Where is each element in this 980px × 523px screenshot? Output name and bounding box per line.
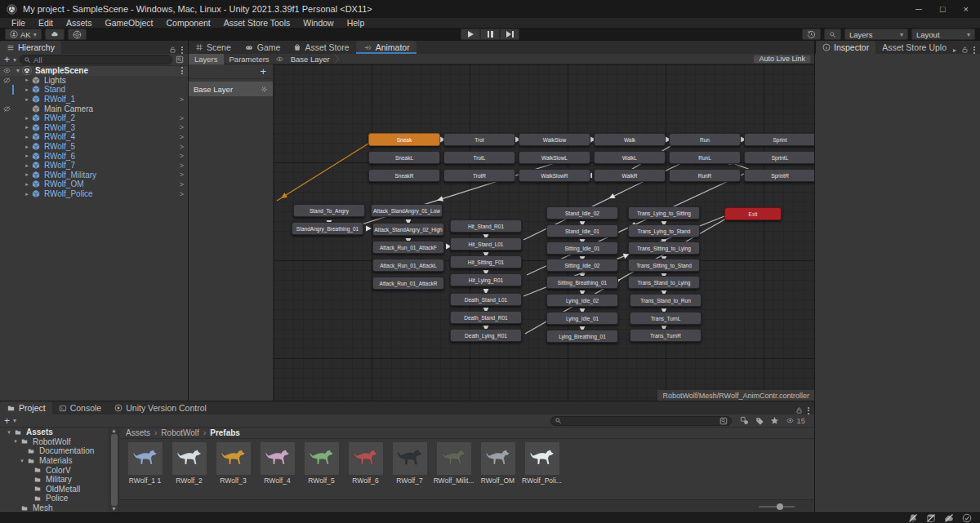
cache-off-icon[interactable] — [926, 513, 936, 523]
state-node-walkslow[interactable]: WalkSlow — [519, 133, 590, 146]
tab-scene[interactable]: Scene — [189, 41, 238, 54]
search-save-icon[interactable] — [719, 417, 728, 425]
animator-layers-tab[interactable]: Layers — [189, 54, 224, 64]
lock-icon[interactable] — [961, 46, 969, 54]
state-node-attack_run_01_attackr[interactable]: Attack_Run_01_AttackR — [372, 277, 444, 290]
visibility-gutter[interactable] — [0, 151, 14, 161]
visibility-gutter[interactable] — [0, 95, 14, 104]
state-node-trans_lying_to_stand[interactable]: Trans_Lying_to_Stand — [628, 224, 700, 237]
tab-console[interactable]: Console — [52, 401, 109, 414]
prefab-item-rwolf-3[interactable]: RWolf_3 — [216, 442, 251, 485]
tab-hierarchy[interactable]: Hierarchy — [0, 41, 61, 54]
breadcrumb-robotwolf[interactable]: RobotWolf — [161, 428, 199, 437]
notifications-off-icon[interactable] — [908, 513, 918, 523]
state-node-sprint[interactable]: Sprint — [744, 133, 814, 146]
scroll-down-icon[interactable]: ▼ — [111, 507, 117, 512]
play-button[interactable] — [461, 29, 480, 40]
folder-item-assets[interactable]: ▾Assets — [0, 428, 118, 437]
tab-animator[interactable]: Animator — [356, 41, 416, 54]
tab-asset-store-uploader[interactable]: Asset Store Uplo — [875, 41, 953, 54]
close-button[interactable]: × — [964, 4, 969, 14]
prefab-item-rwolf-poli-[interactable]: RWolf_Poli... — [524, 442, 559, 485]
animator-canvas[interactable]: RobotWolf/Mesh/RWolf_AnimContr.controlle… — [274, 64, 814, 401]
folder-item-documentation[interactable]: Documentation — [0, 446, 118, 456]
state-node-exit[interactable]: Exit — [724, 207, 782, 220]
expand-caret-icon[interactable]: ▾ — [5, 429, 13, 436]
state-node-trotr[interactable]: TrotR — [443, 169, 515, 182]
state-node-stand_idle_01[interactable]: Stand_Idle_01 — [546, 224, 618, 237]
layers-dropdown[interactable]: Layers ▾ — [844, 29, 908, 40]
expand-caret-icon[interactable]: ▸ — [23, 77, 31, 83]
state-node-standangry_breathing_01[interactable]: StandAngry_Breathing_01 — [292, 222, 363, 235]
state-node-attack_run_01_attackl[interactable]: Attack_Run_01_AttackL — [372, 259, 444, 272]
prefab-item-rwolf-2[interactable]: RWolf_2 — [172, 442, 207, 485]
chevron-down-icon[interactable]: ▾ — [13, 417, 16, 424]
folder-item-military[interactable]: Military — [0, 475, 118, 485]
visibility-gutter[interactable] — [0, 171, 14, 180]
state-node-lying_breathing_01[interactable]: Lying_Breathing_01 — [546, 330, 618, 343]
state-node-trans_lying_to_sitting[interactable]: Trans_Lying_to_Sitting — [628, 206, 700, 219]
state-node-sneak[interactable]: Sneak — [368, 133, 440, 146]
layout-dropdown[interactable]: Layout ▾ — [911, 29, 975, 40]
visibility-gutter[interactable] — [0, 104, 14, 113]
hierarchy-item-stand[interactable]: ▸Stand — [0, 85, 188, 95]
cloud-off-icon[interactable] — [944, 513, 954, 523]
folder-item-mesh[interactable]: Mesh — [0, 503, 118, 512]
gear-icon[interactable] — [261, 86, 268, 93]
lock-icon[interactable] — [169, 46, 176, 54]
state-node-trot[interactable]: Trot — [443, 133, 515, 146]
expand-caret-icon[interactable]: ▸ — [23, 153, 31, 159]
hierarchy-item-rwolf_military[interactable]: ▸RWolf_Military> — [0, 171, 188, 180]
state-node-trans_turnl[interactable]: Trans_TurnL — [630, 312, 702, 325]
animator-parameters-tab[interactable]: Parameters — [224, 54, 275, 64]
menu-gameobject[interactable]: GameObject — [99, 18, 160, 28]
breadcrumb-assets[interactable]: Assets — [126, 428, 150, 437]
project-search-input[interactable] — [564, 416, 717, 425]
menu-help[interactable]: Help — [341, 18, 372, 28]
search-filter-icon[interactable] — [176, 55, 184, 64]
tab-game[interactable]: Game — [238, 41, 287, 54]
animator-breadcrumb[interactable]: Base Layer — [291, 55, 338, 64]
expand-caret-icon[interactable]: ▸ — [23, 162, 31, 169]
minimize-button[interactable]: ─ — [915, 4, 922, 14]
slider-knob[interactable] — [777, 503, 783, 510]
menu-edit[interactable]: Edit — [32, 18, 60, 28]
state-node-lying_idle_01[interactable]: Lying_Idle_01 — [546, 312, 618, 325]
folder-item-robotwolf[interactable]: ▾RobotWolf — [0, 437, 118, 447]
state-node-death_stand_r01[interactable]: Death_Stand_R01 — [450, 311, 522, 324]
state-node-sprintl[interactable]: SprintL — [744, 151, 814, 164]
add-object-button[interactable]: + — [4, 54, 10, 65]
state-node-lying_idle_02[interactable]: Lying_Idle_02 — [546, 294, 618, 307]
tab-inspector[interactable]: Inspector — [816, 41, 875, 54]
folder-item-colorv[interactable]: ColorV — [0, 465, 118, 475]
prefab-item-rwolf-7[interactable]: RWolf_7 — [392, 442, 427, 485]
state-node-run[interactable]: Run — [669, 133, 741, 146]
kebab-menu-icon[interactable] — [808, 407, 809, 414]
expand-caret-icon[interactable]: ▾ — [11, 438, 20, 445]
prefab-item-rwolf-om[interactable]: RWolf_OM — [480, 442, 515, 485]
state-node-stand_to_angry[interactable]: Stand_To_Angry — [293, 204, 365, 217]
prefab-chevron-icon[interactable]: > — [180, 114, 184, 122]
hierarchy-search-input[interactable] — [33, 55, 168, 64]
prefab-chevron-icon[interactable]: > — [180, 133, 184, 141]
state-node-sitting_idle_02[interactable]: Sitting_Idle_02 — [546, 259, 618, 272]
breadcrumb-prefabs[interactable]: Prefabs — [210, 428, 240, 437]
pause-button[interactable] — [480, 29, 500, 40]
kebab-menu-icon[interactable] — [181, 47, 183, 54]
state-node-sitting_breathing_01[interactable]: Sitting_Breathing_01 — [546, 276, 618, 289]
expand-caret-icon[interactable]: ▸ — [23, 124, 31, 131]
prefab-item-rwolf-1-1[interactable]: RWolf_1 1 — [127, 442, 163, 485]
prefab-item-rwolf-milit-[interactable]: RWolf_Milit... — [436, 442, 471, 485]
prefab-chevron-icon[interactable]: > — [180, 123, 184, 131]
prefab-item-rwolf-4[interactable]: RWolf_4 — [260, 442, 295, 485]
state-node-walkr[interactable]: WalkR — [594, 169, 666, 182]
scroll-up-icon[interactable]: ▲ — [111, 428, 117, 433]
folder-item-police[interactable]: Police — [0, 494, 118, 503]
state-node-stand_idle_02[interactable]: Stand_Idle_02 — [546, 206, 618, 219]
hierarchy-item-rwolf_5[interactable]: ▸RWolf_5> — [0, 142, 188, 152]
expand-caret-icon[interactable]: ▾ — [18, 458, 26, 464]
state-node-walkslowr[interactable]: WalkSlowR — [519, 169, 590, 182]
hierarchy-scene-row[interactable]: ▼SampleScene — [0, 66, 188, 76]
visibility-gutter[interactable] — [0, 189, 14, 199]
hierarchy-item-rwolf_3[interactable]: ▸RWolf_3> — [0, 123, 188, 133]
